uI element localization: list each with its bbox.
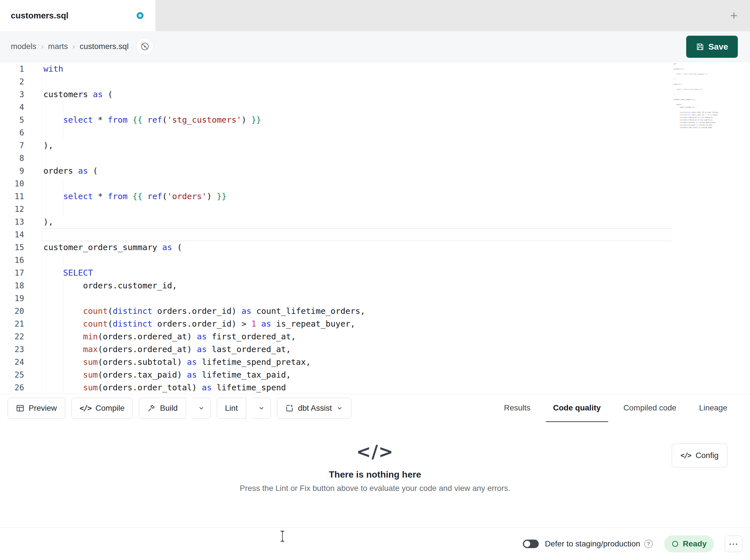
code-line[interactable]: customer_orders_summary as ( [42, 241, 672, 254]
breadcrumb-item-marts[interactable]: marts [48, 42, 68, 51]
assist-sparkle-icon [285, 404, 294, 412]
code-line[interactable] [42, 75, 672, 88]
compile-button-label: Compile [96, 403, 125, 413]
code-line[interactable]: orders as ( [42, 165, 672, 177]
build-button-label: Build [160, 403, 178, 413]
hammer-icon [147, 404, 156, 412]
defer-label: Defer to staging/production [545, 539, 640, 548]
code-line[interactable] [42, 203, 672, 215]
tab-compiled-code[interactable]: Compiled code [612, 394, 688, 422]
minimap-line [673, 96, 718, 98]
minimap-line [673, 108, 718, 111]
minimap-line [673, 70, 718, 73]
minimap-line [673, 101, 718, 103]
code-line[interactable]: max(orders.ordered_at) as last_ordered_a… [42, 343, 672, 356]
empty-state-title: There is nothing here [329, 469, 421, 480]
code-line[interactable]: orders.customer_id, [42, 279, 672, 292]
overflow-menu-button[interactable]: ⋯ [725, 536, 742, 552]
code-line[interactable] [42, 152, 672, 165]
line-number: 24 [0, 356, 42, 369]
code-line[interactable] [42, 177, 672, 190]
new-tab-button[interactable]: + [726, 8, 742, 23]
minimap-line: select * from {{ ref('stg_customers') }} [673, 73, 718, 75]
editor-tab-bar: customers.sql + [0, 0, 750, 31]
code-line[interactable]: SELECT [42, 267, 672, 279]
code-line[interactable]: count(distinct orders.order_id) > 1 as i… [42, 317, 672, 330]
line-number: 22 [0, 330, 42, 343]
minimap-line: with [673, 63, 718, 65]
unsaved-changes-dot-icon [137, 12, 143, 19]
line-number: 3 [0, 88, 42, 101]
tab-results[interactable]: Results [493, 394, 541, 422]
minimap-line: orders as ( [673, 83, 718, 86]
code-line[interactable] [42, 228, 672, 241]
code-editor[interactable]: 1234567891011121314151617181920212223242… [0, 62, 750, 394]
minimap-line [673, 65, 718, 68]
code-icon: </> [80, 404, 91, 412]
build-dropdown-button[interactable] [192, 398, 211, 419]
code-line[interactable]: select * from {{ ref('orders') }} [42, 190, 672, 203]
action-toolbar: Preview </> Compile Build Lint [0, 394, 750, 422]
defer-toggle[interactable] [523, 540, 539, 548]
compile-button[interactable]: </> Compile [72, 398, 133, 419]
breadcrumb-item-models[interactable]: models [11, 42, 36, 51]
code-line[interactable]: select * from {{ ref('stg_customers') }} [42, 113, 672, 126]
code-line[interactable] [42, 254, 672, 267]
dbt-assist-button[interactable]: dbt Assist [277, 398, 351, 419]
line-number: 10 [0, 177, 42, 190]
minimap-line: orders.customer_id, [673, 106, 718, 108]
breadcrumb-item-file[interactable]: customers.sql [80, 42, 129, 51]
lint-dropdown-button[interactable] [252, 398, 271, 419]
minimap-line: ), [673, 78, 718, 80]
line-number: 2 [0, 75, 42, 88]
line-number: 12 [0, 203, 42, 215]
editor-code[interactable]: with customers as ( select * from {{ ref… [42, 63, 672, 394]
build-button[interactable]: Build [139, 398, 186, 419]
minimap-line: customers as ( [673, 68, 718, 70]
code-line[interactable]: customers as ( [42, 88, 672, 101]
line-number: 25 [0, 369, 42, 381]
tab-code-quality[interactable]: Code quality [542, 394, 612, 422]
dbt-logo-button[interactable] [136, 38, 154, 55]
code-line[interactable]: sum(orders.order_total) as lifetime_spen… [42, 381, 672, 394]
tab-lineage[interactable]: Lineage [688, 394, 739, 422]
line-number: 14 [0, 228, 42, 241]
code-line[interactable]: min(orders.ordered_at) as first_ordered_… [42, 330, 672, 343]
help-icon[interactable]: ? [644, 540, 653, 548]
file-tab-customers-sql[interactable]: customers.sql [0, 0, 155, 31]
line-number: 8 [0, 152, 42, 165]
code-quality-panel: </> There is nothing here Press the Lint… [0, 422, 750, 527]
line-number: 17 [0, 267, 42, 279]
minimap-line [673, 75, 718, 78]
code-line[interactable] [42, 292, 672, 305]
code-line[interactable] [42, 126, 672, 139]
lint-split-button: Lint [217, 398, 271, 419]
code-line[interactable]: ), [42, 215, 672, 228]
line-number: 11 [0, 190, 42, 203]
save-button[interactable]: Save [686, 36, 738, 58]
ready-label: Ready [683, 539, 707, 548]
save-floppy-icon [696, 42, 704, 51]
code-line[interactable]: sum(orders.subtotal) as lifetime_spend_p… [42, 356, 672, 369]
table-icon [16, 404, 24, 412]
breadcrumb-bar: models › marts › customers.sql Save [0, 31, 750, 62]
minimap-line: max(orders.ordered_at) as last_ordered_a… [673, 119, 718, 121]
code-line[interactable]: ), [42, 139, 672, 152]
code-line[interactable]: count(distinct orders.order_id) as count… [42, 305, 672, 317]
minimap-content: with customers as ( select * from {{ ref… [673, 63, 718, 129]
chevron-down-icon [336, 405, 343, 412]
config-button[interactable]: </> Config [672, 443, 727, 468]
editor-gutter: 1234567891011121314151617181920212223242… [0, 63, 42, 394]
empty-state-subtitle: Press the Lint or Fix button above to ev… [240, 484, 510, 493]
code-line[interactable]: sum(orders.tax_paid) as lifetime_tax_pai… [42, 369, 672, 381]
code-line[interactable] [42, 101, 672, 113]
preview-button[interactable]: Preview [8, 398, 65, 419]
lint-button[interactable]: Lint [217, 398, 246, 419]
code-line[interactable]: with [42, 63, 672, 75]
line-number: 16 [0, 254, 42, 267]
minimap-line [673, 80, 718, 83]
minimap[interactable]: with customers as ( select * from {{ ref… [673, 63, 718, 190]
result-panel-tabs: Results Code quality Compiled code Linea… [493, 394, 750, 422]
minimap-line: ), [673, 93, 718, 96]
line-number: 7 [0, 139, 42, 152]
